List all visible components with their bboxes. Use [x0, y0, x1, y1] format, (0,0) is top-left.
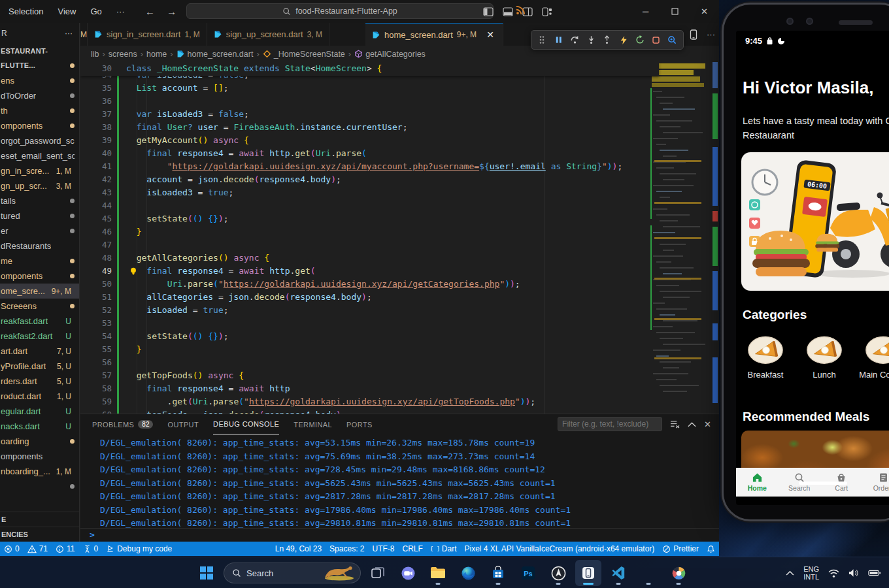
file-tree-item[interactable]: ens [0, 73, 79, 88]
debug-step-out-icon[interactable] [600, 33, 614, 47]
code-line[interactable]: 54 setState(() {}); [80, 330, 719, 343]
file-tree-item[interactable]: yProfile.dart5, U [0, 359, 79, 374]
code-line[interactable]: 49 final response4 = await http.get( [80, 265, 719, 278]
taskbar-android-studio-icon[interactable] [545, 560, 571, 586]
start-button[interactable] [193, 560, 220, 586]
code-line[interactable]: 40 final response4 = await http.get(Uri.… [80, 147, 719, 160]
status-pixel[interactable]: Pixel 4 XL API VanillaIceCream (android-… [461, 542, 659, 556]
file-tree-item[interactable]: omponents [0, 449, 79, 464]
panel-tab-problems[interactable]: PROBLEMS82 [92, 414, 153, 434]
lightbulb-icon[interactable] [129, 267, 138, 276]
code-line[interactable]: 59 .get(Uri.parse("https://goldarkapi.uu… [80, 395, 719, 408]
editor-tab-partial[interactable]: M [80, 23, 88, 46]
taskbar-store-icon[interactable] [485, 560, 511, 586]
promo-banner[interactable]: 06:00 GO RES F FO [741, 152, 889, 291]
nav-back-icon[interactable]: ← [145, 6, 155, 17]
code-line[interactable]: 30class _HomeScreenState extends State<H… [80, 62, 659, 76]
menu-item-selection[interactable]: Selection [3, 5, 49, 18]
tab-close-icon[interactable]: ✕ [484, 29, 496, 41]
file-tree-item[interactable]: tured [0, 208, 79, 223]
file-tree-item[interactable]: reakfast.dartU [0, 314, 79, 329]
breadcrumb-item[interactable]: home [146, 50, 167, 59]
status-error[interactable]: 0 [0, 542, 24, 556]
maximize-panel-icon[interactable] [688, 421, 696, 427]
editor-tab-sign_in_screen[interactable]: sign_in_screen.dart1, M [88, 23, 207, 46]
code-line[interactable]: 55 } [80, 343, 719, 356]
category-breakfast[interactable]: Breakfast [741, 329, 790, 380]
taskbar-search[interactable]: Search [224, 563, 361, 583]
status-ln[interactable]: Ln 49, Col 23 [271, 542, 326, 556]
taskbar-vscode-icon[interactable] [605, 560, 631, 586]
menu-item-view[interactable]: View [52, 5, 82, 18]
file-tree-item[interactable]: gn_up_scr...3, M [0, 178, 79, 193]
code-line[interactable]: 41 "https://goldarkapi.uuidesign.xyz/api… [80, 160, 719, 173]
code-line[interactable]: 53 [80, 317, 719, 330]
breadcrumb-item[interactable]: screens [109, 50, 137, 59]
editor-more-actions-icon[interactable]: ··· [707, 29, 715, 39]
menu-item-go[interactable]: Go [84, 5, 107, 18]
file-tree-item[interactable]: rders.dart5, U [0, 374, 79, 389]
command-center-search[interactable]: food-Restaurant-Flutter-App [186, 3, 494, 19]
status-ports[interactable]: 0 [79, 542, 103, 556]
window-close-button[interactable]: ✕ [690, 0, 719, 23]
close-panel-icon[interactable]: ✕ [704, 419, 711, 429]
debug-stop-icon[interactable] [649, 33, 663, 47]
toggle-sidebar-icon[interactable] [483, 7, 494, 16]
status-crlf[interactable]: CRLF [398, 542, 426, 556]
breadcrumb-item[interactable]: lib [91, 50, 99, 59]
file-tree-item[interactable]: tails [0, 193, 79, 208]
device-icon[interactable] [690, 29, 697, 40]
file-tree-item[interactable]: oarding [0, 434, 79, 449]
status-brackets[interactable]: { }Dart [427, 542, 461, 556]
file-tree-item[interactable] [0, 479, 79, 494]
customize-layout-icon[interactable] [542, 7, 552, 16]
clear-console-icon[interactable] [670, 420, 680, 429]
console-filter-input[interactable] [558, 417, 662, 431]
code-line[interactable]: 36 [80, 95, 719, 108]
battery-icon[interactable] [868, 569, 881, 577]
file-tree-item[interactable]: ome_scre...9+, M [0, 284, 79, 299]
taskbar-emulator-icon[interactable] [575, 560, 601, 586]
code-line[interactable]: 46 } [80, 225, 719, 238]
minimap[interactable] [650, 62, 711, 414]
code-line[interactable]: 43 isLoaded3 = true; [80, 186, 719, 199]
nav-forward-icon[interactable]: → [167, 6, 176, 17]
panel-tab-terminal[interactable]: TERMINAL [294, 414, 332, 434]
gesture-bar[interactable] [799, 482, 847, 485]
code-line[interactable]: 42 account = json.decode(response4.body)… [80, 173, 719, 186]
code-line[interactable]: 60 topFoods = json.decode(response4.body… [80, 408, 719, 414]
code-line[interactable]: 56 [80, 356, 719, 369]
file-tree-item[interactable]: nboarding_...1, M [0, 464, 79, 479]
toggle-panel-icon[interactable] [503, 7, 513, 16]
debug-console-output[interactable]: D/EGL_emulation( 8260): app_time_stats: … [100, 436, 713, 531]
sidebar-section-dependencies[interactable]: ENCIES [0, 527, 79, 542]
status-info[interactable]: 11 [52, 542, 78, 556]
code-line[interactable]: 44 [80, 199, 719, 212]
category-main-course[interactable]: Main Course [859, 329, 889, 380]
feed-icon[interactable] [516, 5, 526, 15]
menu-item-[interactable]: ··· [110, 5, 131, 18]
file-tree-item[interactable]: me [0, 253, 79, 269]
debug-inspect-icon[interactable] [665, 33, 679, 47]
code-line[interactable]: 52 isLoaded = true; [80, 304, 719, 317]
taskbar-chrome-icon[interactable] [635, 560, 662, 586]
code-line[interactable]: 38 final User? user = FirebaseAuth.insta… [80, 121, 719, 134]
debug-console-prompt[interactable]: > [80, 528, 719, 542]
taskbar-edge-icon[interactable] [455, 560, 481, 586]
code-line[interactable]: 48 getAllCategories() async { [80, 252, 719, 265]
taskbar-file-explorer-icon[interactable] [425, 560, 451, 586]
panel-tab-output[interactable]: OUTPUT [167, 414, 199, 434]
file-tree-item[interactable]: dRestaurants [0, 238, 79, 253]
file-tree-item[interactable]: orgot_password_sc... [0, 133, 79, 148]
panel-tab-debug-console[interactable]: DEBUG CONSOLE [213, 414, 279, 434]
debug-step-over-icon[interactable] [567, 33, 582, 47]
nav-orders[interactable]: Orders [863, 468, 889, 497]
file-tree-item[interactable]: er [0, 223, 79, 238]
window-maximize-button[interactable] [660, 0, 690, 23]
category-lunch[interactable]: Lunch [800, 329, 848, 380]
file-tree-item[interactable]: omponents [0, 118, 79, 133]
status-debug[interactable]: Debug my code [102, 542, 176, 556]
explorer-section-title[interactable]: ESTAURANT-FLUTTE... [0, 44, 79, 58]
file-tree-item[interactable]: th [0, 103, 79, 118]
code-line[interactable]: 50 Uri.parse("https://goldarkapi.uuidesi… [80, 278, 719, 291]
